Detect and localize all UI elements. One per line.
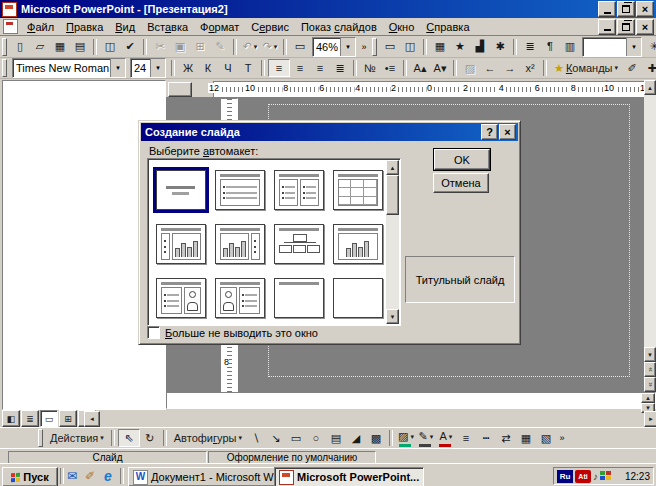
save-button[interactable]: ▦ (50, 38, 70, 56)
print-button[interactable]: ▤ (70, 38, 90, 56)
doc-close-button[interactable]: × (636, 19, 654, 35)
powerpoint-app-icon[interactable] (2, 2, 17, 17)
wordart-button[interactable]: ◢ (346, 429, 366, 447)
line-style-button[interactable]: ≡ (456, 429, 476, 447)
arrow-style-button[interactable]: ⇄ (496, 429, 516, 447)
commands-dropdown[interactable]: ★Команды▾ (550, 59, 622, 77)
menu-окно[interactable]: Окно (383, 19, 421, 35)
layout-bulleted-list[interactable] (210, 163, 269, 217)
language-indicator[interactable]: Ru (557, 470, 573, 483)
cut-button[interactable]: ✂ (150, 38, 170, 56)
doc-restore-button[interactable] (617, 19, 635, 35)
text-box-button[interactable]: ▤ (326, 429, 346, 447)
layout-clipart-and-text[interactable] (210, 271, 269, 324)
undo-button-dropdown-arrow[interactable]: ▾ (254, 43, 258, 51)
numbering-button[interactable]: № (360, 59, 380, 77)
format-painter-button[interactable]: ✎ (210, 38, 230, 56)
slide-layout-button[interactable]: ◫ (400, 38, 420, 56)
fill-color-button[interactable]: ▨▾ (396, 428, 416, 449)
decrease-font-button[interactable]: А▾ (430, 59, 450, 77)
ati-tray-icon[interactable]: Ati (575, 470, 591, 483)
line-button[interactable]: ∖ (246, 429, 266, 447)
previous-slide-button[interactable]: « (644, 362, 656, 377)
demote-button[interactable]: → (500, 59, 520, 77)
zoom-combo-dropdown-arrow[interactable]: ▾ (340, 38, 355, 56)
restore-button[interactable] (617, 1, 635, 17)
menu-вид[interactable]: Вид (109, 19, 141, 35)
listbox-scroll-up-button[interactable]: ▲ (386, 160, 399, 175)
minimize-button[interactable] (598, 1, 616, 17)
menu-правка[interactable]: Правка (60, 19, 109, 35)
bullets-button[interactable]: •≡ (380, 59, 400, 77)
line-color-button-dropdown-arrow[interactable]: ▾ (430, 433, 434, 441)
increase-font-button[interactable]: А▴ (410, 59, 430, 77)
internet-explorer-quicklaunch-icon[interactable]: e (100, 468, 116, 484)
ok-button[interactable]: OK (433, 148, 491, 171)
font-name-combo[interactable]: Times New Roman▾ (12, 58, 126, 78)
insert-wordart-button[interactable]: ✱ (490, 38, 510, 56)
toolbar-grab-handle[interactable] (2, 38, 7, 56)
layout-chart-and-text[interactable] (210, 217, 269, 271)
menu-справка[interactable]: Справка (420, 19, 475, 35)
more-buttons-chevron[interactable]: » (556, 429, 568, 447)
start-button[interactable]: Пуск (2, 467, 58, 486)
redo-button[interactable]: ↷▾ (260, 38, 280, 56)
bold-button[interactable]: Ж (178, 59, 198, 77)
doc-minimize-button[interactable] (598, 19, 616, 35)
autolayout-listbox[interactable]: ▲ ▼ (147, 158, 401, 326)
copy-button[interactable]: ▣ (170, 38, 190, 56)
menu-показ-слайдов[interactable]: Показ слайдов (295, 19, 383, 35)
layout-chart[interactable] (328, 217, 386, 271)
paste-button[interactable]: ⊞ (190, 38, 210, 56)
undo-button[interactable]: ↶▾ (240, 38, 260, 56)
task-powerpoint[interactable]: Microsoft PowerPoint... (274, 467, 424, 486)
display-tray-icon[interactable] (600, 471, 612, 482)
open-button[interactable]: ▱ (30, 38, 50, 56)
notes-pane[interactable]: ▲ ▼ (166, 392, 656, 409)
listbox-scrollbar[interactable]: ▲ ▼ (386, 160, 399, 324)
notes-scroll-up-button[interactable]: ▲ (641, 393, 655, 403)
menu-сервис[interactable]: Сервис (245, 19, 295, 35)
spelling-button[interactable]: ✔ (120, 38, 140, 56)
autoshapes-dropdown[interactable]: Автофигуры▾ (170, 429, 246, 447)
shadow-button[interactable]: ▦ (516, 429, 536, 447)
help-pointer-button[interactable]: ✚ (642, 59, 656, 77)
cancel-button[interactable]: Отмена (433, 173, 489, 193)
free-rotate-button[interactable]: ↻ (140, 429, 160, 447)
line-color-button[interactable]: ✎▾ (416, 428, 436, 449)
font-color-button[interactable]: А▾ (436, 428, 456, 449)
layout-blank[interactable] (328, 271, 386, 324)
actions-dropdown[interactable]: Действия▾ (46, 429, 108, 447)
insert-comment-button[interactable]: ✐ (622, 59, 642, 77)
insert-chart-button[interactable]: ▟ (470, 38, 490, 56)
align-left-button[interactable]: ≡ (268, 59, 290, 77)
dialog-close-button[interactable]: × (499, 124, 516, 140)
layout-title-only[interactable] (269, 271, 328, 324)
scroll-down-button[interactable]: ▼ (644, 347, 656, 362)
underline-button[interactable]: Ч (218, 59, 238, 77)
layout-title-slide[interactable] (151, 163, 210, 217)
fill-color-button-dropdown-arrow[interactable]: ▾ (410, 433, 414, 441)
toolbar-grab-handle[interactable] (2, 59, 7, 77)
layout-table[interactable] (328, 163, 386, 217)
toolbar-grab-handle[interactable] (372, 38, 377, 56)
menu-формат[interactable]: Формат (194, 19, 245, 35)
insert-clipart-button[interactable]: ★ (450, 38, 470, 56)
more-buttons-chevron[interactable]: » (358, 38, 370, 56)
move-placeholder-button[interactable]: ▨ (460, 59, 480, 77)
outline-view-button[interactable]: ≣ (21, 410, 39, 427)
grayscale-preview-button[interactable]: ▥ (560, 38, 580, 56)
promote-button[interactable]: ← (480, 59, 500, 77)
common-tasks-combo-dropdown-arrow[interactable]: ▾ (626, 38, 641, 56)
italic-button[interactable]: К (198, 59, 218, 77)
new-presentation-button[interactable]: ▯ (10, 38, 30, 56)
rectangle-button[interactable]: ▭ (286, 429, 306, 447)
toolbar-grab-handle[interactable] (38, 429, 43, 447)
menu-вставка[interactable]: Вставка (141, 19, 194, 35)
layout-org-chart[interactable] (269, 217, 328, 271)
expand-all-button[interactable]: ≣ (520, 38, 540, 56)
select-objects-button[interactable]: ⇖ (118, 429, 140, 447)
threed-button[interactable]: ▧ (536, 429, 556, 447)
h-scroll-right-button[interactable]: ► (644, 411, 656, 427)
h-scroll-left-button[interactable]: ◄ (84, 411, 100, 427)
